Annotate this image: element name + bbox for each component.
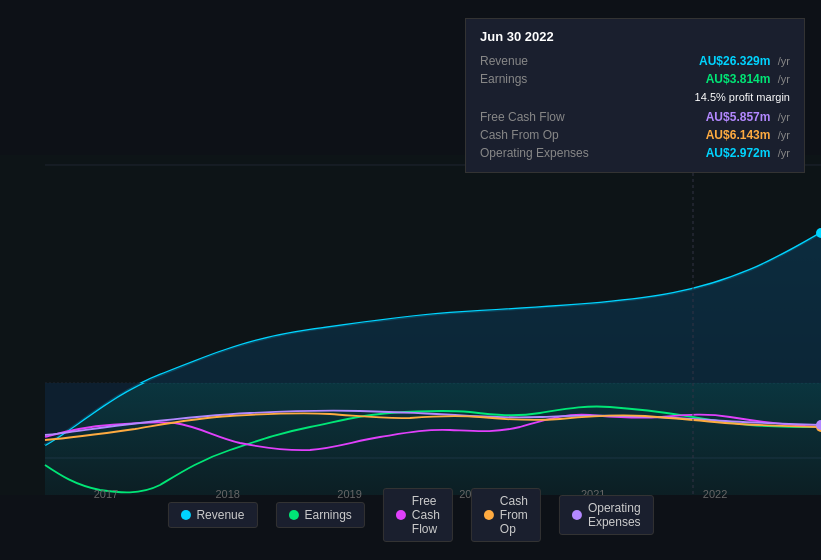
legend-item-earnings[interactable]: Earnings	[275, 502, 364, 528]
tooltip-label-earnings: Earnings	[480, 72, 610, 86]
legend-item-fcf[interactable]: Free Cash Flow	[383, 488, 453, 542]
tooltip-suffix-fcf: /yr	[778, 111, 790, 123]
legend-dot-revenue	[180, 510, 190, 520]
tooltip-label-cashop: Cash From Op	[480, 128, 610, 142]
chart-legend: Revenue Earnings Free Cash Flow Cash Fro…	[167, 488, 653, 542]
tooltip-row-opex: Operating Expenses AU$2.972m /yr	[480, 144, 790, 162]
legend-label-earnings: Earnings	[304, 508, 351, 522]
legend-item-cashop[interactable]: Cash From Op	[471, 488, 541, 542]
tooltip-value-earnings: AU$3.814m	[706, 72, 771, 86]
legend-dot-fcf	[396, 510, 406, 520]
x-label-2022: 2022	[703, 488, 727, 500]
tooltip-value-cashop: AU$6.143m	[706, 128, 771, 142]
tooltip-date: Jun 30 2022	[480, 29, 790, 44]
legend-dot-cashop	[484, 510, 494, 520]
legend-dot-earnings	[288, 510, 298, 520]
tooltip-row-margin: 14.5% profit margin	[480, 88, 790, 108]
legend-label-opex: Operating Expenses	[588, 501, 641, 529]
tooltip-row-fcf: Free Cash Flow AU$5.857m /yr	[480, 108, 790, 126]
tooltip-suffix-opex: /yr	[778, 147, 790, 159]
chart-svg	[0, 155, 821, 495]
tooltip-value-opex: AU$2.972m	[706, 146, 771, 160]
tooltip-label-fcf: Free Cash Flow	[480, 110, 610, 124]
tooltip-suffix-earnings: /yr	[778, 73, 790, 85]
tooltip-suffix-revenue: /yr	[778, 55, 790, 67]
tooltip-suffix-cashop: /yr	[778, 129, 790, 141]
legend-label-revenue: Revenue	[196, 508, 244, 522]
tooltip-value-fcf: AU$5.857m	[706, 110, 771, 124]
x-label-2017: 2017	[94, 488, 118, 500]
legend-label-fcf: Free Cash Flow	[412, 494, 440, 536]
legend-item-revenue[interactable]: Revenue	[167, 502, 257, 528]
chart-container: Jun 30 2022 Revenue AU$26.329m /yr Earni…	[0, 0, 821, 560]
tooltip-label-revenue: Revenue	[480, 54, 610, 68]
tooltip-label-opex: Operating Expenses	[480, 146, 610, 160]
tooltip-row-cashop: Cash From Op AU$6.143m /yr	[480, 126, 790, 144]
tooltip-box: Jun 30 2022 Revenue AU$26.329m /yr Earni…	[465, 18, 805, 173]
tooltip-margin-value: 14.5% profit margin	[695, 90, 790, 106]
tooltip-row-revenue: Revenue AU$26.329m /yr	[480, 52, 790, 70]
tooltip-row-earnings: Earnings AU$3.814m /yr	[480, 70, 790, 88]
tooltip-value-revenue: AU$26.329m	[699, 54, 770, 68]
legend-item-opex[interactable]: Operating Expenses	[559, 495, 654, 535]
legend-label-cashop: Cash From Op	[500, 494, 528, 536]
legend-dot-opex	[572, 510, 582, 520]
